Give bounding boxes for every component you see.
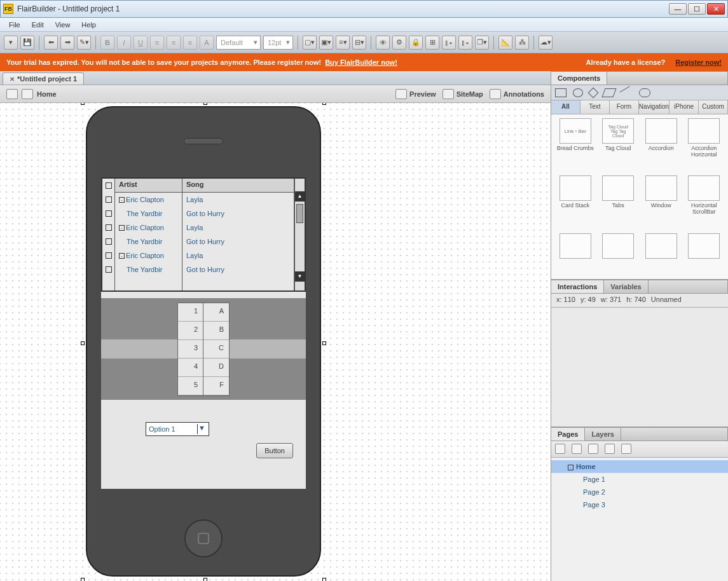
save-button[interactable]: 💾: [20, 36, 34, 50]
component-item[interactable]: [555, 233, 596, 275]
bold-button[interactable]: B: [100, 36, 114, 50]
checkbox[interactable]: [106, 224, 112, 231]
checkbox[interactable]: [106, 266, 112, 273]
diamond-icon[interactable]: [588, 87, 599, 98]
italic-button[interactable]: I: [117, 36, 131, 50]
checkbox[interactable]: [106, 252, 112, 259]
page-settings-icon[interactable]: [588, 444, 598, 454]
table-widget[interactable]: Artist -Eric Clapton The Yardbir -Eric C…: [101, 177, 306, 292]
line-icon[interactable]: [620, 86, 635, 99]
expand-icon[interactable]: -: [119, 225, 125, 231]
align-right-button[interactable]: ≡: [183, 36, 197, 50]
page-tree[interactable]: -Home Page 1 Page 2 Page 3: [551, 458, 728, 582]
font-size-select[interactable]: 12pt: [263, 36, 293, 50]
component-item[interactable]: [641, 233, 682, 275]
spacing-button[interactable]: ⊟▾: [352, 36, 366, 50]
expand-icon[interactable]: -: [119, 253, 125, 259]
brush-button[interactable]: ✎▾: [77, 36, 91, 50]
ellipse-icon[interactable]: [573, 88, 583, 97]
delete-page-icon[interactable]: [621, 444, 631, 454]
component-cardstack[interactable]: Card Stack: [555, 175, 596, 230]
table-cell[interactable]: Got to Hurry: [182, 235, 294, 249]
page-node[interactable]: Page 2: [551, 486, 728, 498]
new-page-icon[interactable]: [555, 444, 565, 454]
undo-button[interactable]: ⬅: [44, 36, 58, 50]
document-tab[interactable]: ✕ *Untitled project 1: [3, 72, 84, 85]
component-tabs[interactable]: Tabs: [598, 175, 639, 230]
layers-tab[interactable]: Layers: [585, 428, 621, 441]
lock-icon[interactable]: 🔒: [409, 36, 423, 50]
titlebar[interactable]: FB FlairBuilder - Untitled project 1 — ☐…: [0, 0, 728, 18]
expand-icon[interactable]: -: [119, 197, 125, 203]
buy-link[interactable]: Buy FlairBuilder now!: [325, 58, 397, 66]
font-color-button[interactable]: A: [200, 36, 214, 50]
cloud-icon[interactable]: [639, 88, 650, 97]
table-cell[interactable]: -Eric Clapton: [115, 249, 182, 263]
maximize-button[interactable]: ☐: [688, 3, 706, 15]
duplicate-page-icon[interactable]: [572, 444, 582, 454]
checkbox[interactable]: [106, 210, 112, 217]
border-color-button[interactable]: ▣▾: [319, 36, 333, 50]
scroll-down-icon[interactable]: ▼: [295, 271, 305, 282]
checkbox-header[interactable]: [106, 182, 112, 189]
components-tab[interactable]: Components: [551, 72, 607, 85]
table-cell[interactable]: -Eric Clapton: [115, 221, 182, 235]
component-accordion[interactable]: Accordion: [641, 118, 682, 173]
eye-icon[interactable]: 👁: [376, 36, 390, 50]
table-cell[interactable]: -Eric Clapton: [115, 193, 182, 207]
table-cell[interactable]: The Yardbir: [115, 263, 182, 277]
distribute-icon[interactable]: ⫿▾: [458, 36, 472, 50]
table-cell[interactable]: The Yardbir: [115, 235, 182, 249]
component-item[interactable]: [684, 233, 725, 275]
scrollbar[interactable]: ▲ ▼: [294, 179, 305, 290]
group-icon[interactable]: ⊞: [425, 36, 439, 50]
component-tagcloud[interactable]: Tag Cloud Tag Tag CloudTag Cloud: [598, 118, 639, 173]
checkbox[interactable]: [106, 238, 112, 245]
combobox-widget[interactable]: Option 1▼: [146, 422, 209, 436]
rectangle-icon[interactable]: [555, 88, 567, 97]
component-window[interactable]: Window: [641, 175, 682, 230]
filter-navigation[interactable]: Navigation: [639, 100, 670, 114]
menu-view[interactable]: View: [50, 19, 76, 31]
picker-col-1[interactable]: 12345: [178, 303, 203, 395]
stack-icon[interactable]: ❐▾: [475, 36, 489, 50]
cloud-icon[interactable]: ☁▾: [539, 36, 553, 50]
annotations-button[interactable]: Annotations: [490, 89, 544, 99]
scroll-up-icon[interactable]: ▲: [295, 191, 305, 202]
font-family-select[interactable]: Default: [216, 36, 261, 50]
new-button[interactable]: ▾: [4, 36, 18, 50]
component-hscroll[interactable]: Horizontal ScrollBar: [684, 175, 725, 230]
checkbox[interactable]: [106, 196, 112, 203]
close-button[interactable]: ✕: [707, 3, 725, 15]
component-item[interactable]: [598, 233, 639, 275]
interactions-tab[interactable]: Interactions: [551, 280, 604, 293]
redo-button[interactable]: ➡: [60, 36, 74, 50]
page-node[interactable]: Page 1: [551, 473, 728, 486]
page-node[interactable]: Page 3: [551, 498, 728, 511]
table-cell[interactable]: Got to Hurry: [182, 207, 294, 221]
preview-button[interactable]: Preview: [395, 89, 436, 99]
filter-custom[interactable]: Custom: [699, 100, 728, 114]
home-button[interactable]: [184, 519, 223, 557]
ruler-icon[interactable]: 📐: [498, 36, 512, 50]
picker-col-2[interactable]: ABCDF: [203, 303, 229, 395]
sitemap-button[interactable]: SiteMap: [443, 89, 483, 99]
table-cell[interactable]: The Yardbir: [115, 207, 182, 221]
menu-help[interactable]: Help: [76, 19, 101, 31]
align-icon[interactable]: ⫿▾: [442, 36, 456, 50]
menu-file[interactable]: File: [4, 19, 25, 31]
col-header-song[interactable]: Song: [182, 179, 294, 193]
table-cell[interactable]: Layla: [182, 249, 294, 263]
expand-icon[interactable]: -: [568, 465, 573, 470]
scroll-thumb[interactable]: [296, 204, 303, 223]
gear-icon[interactable]: ⚙: [392, 36, 406, 50]
iphone-frame[interactable]: Artist -Eric Clapton The Yardbir -Eric C…: [86, 106, 321, 577]
page-node-home[interactable]: -Home: [551, 460, 728, 473]
line-style-button[interactable]: ≡▾: [336, 36, 350, 50]
variables-tab[interactable]: Variables: [604, 280, 648, 293]
page-down-icon[interactable]: [605, 444, 615, 454]
table-cell[interactable]: Got to Hurry: [182, 263, 294, 277]
col-header-artist[interactable]: Artist: [115, 179, 182, 193]
menu-edit[interactable]: Edit: [27, 19, 49, 31]
register-link[interactable]: Register now!: [675, 58, 722, 66]
